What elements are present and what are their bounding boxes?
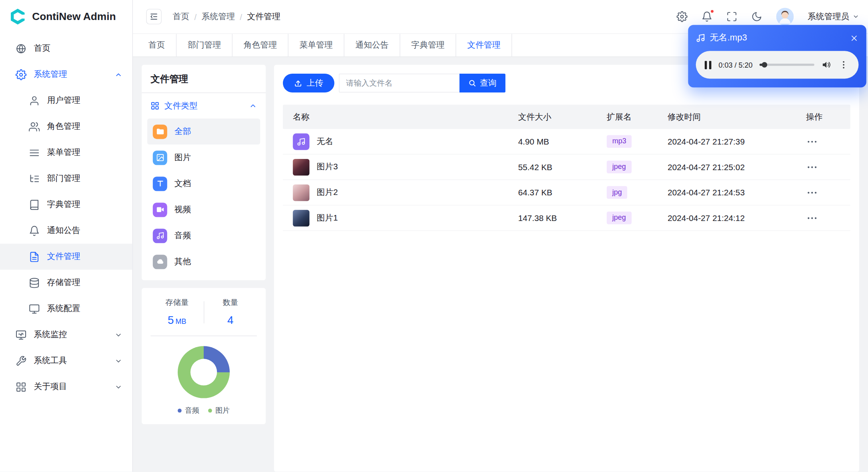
image-thumbnail	[293, 184, 309, 201]
wrench-icon	[16, 355, 27, 366]
row-actions-button[interactable]	[806, 135, 850, 147]
tab-dictionary[interactable]: 字典管理	[400, 34, 456, 56]
upload-button[interactable]: 上传	[283, 74, 335, 92]
table-row[interactable]: 图片3 55.42 KB jpeg 2024-04-27 21:25:02	[283, 155, 850, 180]
book-icon	[29, 199, 40, 210]
file-name: 图片1	[317, 213, 338, 223]
fullscreen-button[interactable]	[726, 11, 738, 22]
main-content: 文件管理 文件类型 全部	[133, 57, 868, 472]
gear-icon	[16, 69, 27, 80]
image-thumbnail	[293, 210, 309, 226]
notifications-button[interactable]	[702, 11, 713, 22]
tab-notices[interactable]: 通知公告	[344, 34, 400, 56]
row-actions-button[interactable]	[806, 212, 850, 224]
upload-icon	[294, 79, 303, 87]
table-row[interactable]: 图片1 147.38 KB jpeg 2024-04-27 21:24:12	[283, 205, 850, 231]
player-header: 无名.mp3	[696, 32, 859, 44]
monitor-pulse-icon	[16, 329, 27, 340]
sidebar-item-monitoring[interactable]: 系统监控	[0, 322, 132, 348]
breadcrumb-item[interactable]: 系统管理	[202, 11, 235, 22]
sidebar-item-menus[interactable]: 菜单管理	[0, 140, 132, 166]
sidebar-item-files[interactable]: 文件管理	[0, 244, 132, 270]
file-list-card: 上传 查询 名称 文件大小 扩展名 修改时间 操作	[274, 65, 859, 472]
tab-home[interactable]: 首页	[137, 34, 176, 56]
tab-files[interactable]: 文件管理	[456, 34, 512, 56]
group-label: 文件类型	[164, 100, 198, 111]
tab-departments[interactable]: 部门管理	[176, 34, 233, 56]
row-actions-button[interactable]	[806, 186, 850, 198]
kebab-icon	[839, 60, 849, 70]
search-button[interactable]: 查询	[459, 74, 505, 92]
ext-badge: mp3	[607, 135, 632, 148]
file-table: 名称 文件大小 扩展名 修改时间 操作 无名 4.90 MB mp3 2	[283, 104, 850, 231]
sidebar-item-label: 首页	[34, 43, 122, 54]
file-size: 55.42 KB	[518, 162, 607, 172]
sidebar-item-storage[interactable]: 存储管理	[0, 270, 132, 296]
settings-button[interactable]	[676, 11, 688, 22]
close-button[interactable]	[850, 34, 858, 42]
sidebar-item-about[interactable]: 关于项目	[0, 374, 132, 400]
search-group: 查询	[339, 74, 505, 92]
storage-stat: 存储量 5MB	[150, 298, 203, 327]
progress-thumb[interactable]	[762, 62, 768, 68]
count-value: 4	[227, 314, 233, 327]
type-item-document[interactable]: 文档	[147, 171, 260, 197]
pause-button[interactable]	[705, 60, 712, 69]
sidebar-toggle-button[interactable]	[146, 9, 162, 24]
file-type-group-header[interactable]: 文件类型	[150, 93, 257, 119]
type-item-other[interactable]: 其他	[147, 249, 260, 275]
table-row[interactable]: 图片2 64.37 KB jpg 2024-04-27 21:24:53	[283, 180, 850, 206]
sidebar-item-dictionary[interactable]: 字典管理	[0, 192, 132, 218]
sidebar-item-label: 菜单管理	[47, 147, 122, 158]
chart-wrap	[150, 346, 257, 398]
type-item-all[interactable]: 全部	[147, 119, 260, 145]
type-item-audio[interactable]: 音频	[147, 223, 260, 249]
sidebar-item-config[interactable]: 系统配置	[0, 296, 132, 322]
column-header-ops: 操作	[806, 112, 850, 122]
type-item-label: 音频	[174, 230, 191, 241]
type-item-image[interactable]: 图片	[147, 145, 260, 171]
count-stat: 数量 4	[204, 298, 257, 327]
audio-progress-slider[interactable]	[760, 64, 814, 66]
volume-button[interactable]	[822, 60, 832, 70]
file-size: 4.90 MB	[518, 137, 607, 147]
sidebar-item-system[interactable]: 系统管理	[0, 62, 132, 88]
breadcrumb-item-current: 文件管理	[247, 11, 280, 22]
app-logo[interactable]: ContiNew Admin	[0, 0, 132, 33]
tab-menus[interactable]: 菜单管理	[289, 34, 345, 56]
sidebar-item-tools[interactable]: 系统工具	[0, 348, 132, 374]
storage-stats-card: 存储量 5MB 数量 4 音频	[142, 288, 266, 424]
legend-item-audio[interactable]: 音频	[178, 406, 199, 416]
type-item-video[interactable]: 视频	[147, 197, 260, 223]
column-header-time: 修改时间	[668, 112, 806, 122]
gear-icon	[676, 11, 688, 22]
user-icon	[29, 95, 40, 106]
sidebar-item-departments[interactable]: 部门管理	[0, 166, 132, 192]
file-text-icon	[29, 251, 40, 262]
search-input[interactable]	[339, 74, 460, 92]
player-title: 无名.mp3	[710, 32, 845, 44]
file-name: 无名	[317, 136, 333, 147]
sidebar-item-notices[interactable]: 通知公告	[0, 218, 132, 244]
theme-toggle-button[interactable]	[751, 11, 762, 22]
legend-dot	[208, 408, 212, 412]
sidebar-item-label: 存储管理	[47, 277, 122, 288]
sidebar-item-home[interactable]: 首页	[0, 36, 132, 62]
legend-dot	[178, 408, 182, 412]
file-time: 2024-04-27 21:24:12	[668, 213, 806, 223]
legend-item-image[interactable]: 图片	[208, 406, 230, 416]
row-actions-button[interactable]	[806, 161, 850, 173]
users-icon	[29, 121, 40, 132]
user-menu[interactable]: 系统管理员	[808, 11, 859, 22]
breadcrumb-item[interactable]: 首页	[173, 11, 189, 22]
file-type-card: 文件管理 文件类型 全部	[142, 65, 266, 280]
more-dots-icon	[806, 186, 818, 198]
breadcrumb-separator: /	[240, 12, 242, 22]
tab-roles[interactable]: 角色管理	[233, 34, 289, 56]
avatar[interactable]	[776, 8, 794, 25]
table-row[interactable]: 无名 4.90 MB mp3 2024-04-27 21:27:39	[283, 129, 850, 155]
sidebar-item-roles[interactable]: 角色管理	[0, 114, 132, 140]
table-header: 名称 文件大小 扩展名 修改时间 操作	[283, 104, 850, 129]
more-options-button[interactable]	[839, 60, 849, 70]
sidebar-item-users[interactable]: 用户管理	[0, 88, 132, 114]
